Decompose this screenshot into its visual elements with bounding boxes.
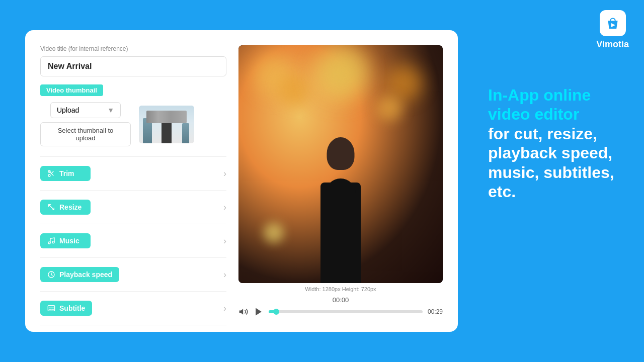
playback-speed-button[interactable]: Playback speed <box>40 267 119 282</box>
svg-point-1 <box>48 242 50 244</box>
music-chevron-icon: › <box>223 236 226 246</box>
current-time: 00:00 <box>238 296 443 304</box>
playback-chevron-icon: › <box>223 269 226 280</box>
play-button[interactable] <box>254 307 264 317</box>
resize-row[interactable]: Resize › <box>40 195 226 220</box>
subtitle-icon <box>47 304 55 312</box>
resize-chevron-icon: › <box>223 202 226 213</box>
right-panel: Width: 1280px Height: 720px 00:00 <box>238 45 443 317</box>
subtitle-chevron-icon: › <box>223 303 226 314</box>
thumbnail-preview <box>139 106 194 143</box>
subtitle-button[interactable]: Subtitle <box>40 301 92 316</box>
clock-icon <box>47 270 55 279</box>
progress-fill <box>269 310 276 313</box>
video-container <box>238 45 443 283</box>
tagline-line2: video editor <box>488 105 579 123</box>
tagline-line3: for cut, resize, <box>488 124 629 143</box>
music-row[interactable]: Music › <box>40 228 226 253</box>
svg-point-2 <box>52 241 54 243</box>
volume-icon <box>238 307 249 317</box>
trim-row[interactable]: Trim › <box>40 161 226 186</box>
person-silhouette <box>320 183 361 283</box>
tagline-line5: music, subtitles, <box>488 163 629 182</box>
main-card: Video title (for internal reference) Vid… <box>25 30 458 332</box>
trim-button[interactable]: Trim <box>40 166 91 181</box>
resize-button[interactable]: Resize <box>40 200 91 215</box>
logo-icon <box>600 10 626 36</box>
left-panel: Video title (for internal reference) Vid… <box>40 45 226 317</box>
tagline-line4: playback speed, <box>488 143 629 162</box>
volume-button[interactable] <box>238 307 249 317</box>
progress-bar[interactable] <box>269 310 423 313</box>
play-icon <box>254 307 264 317</box>
divider-5 <box>40 291 226 292</box>
video-title-label: Video title (for internal reference) <box>40 45 226 52</box>
divider-3 <box>40 224 226 224</box>
video-caption: Width: 1280px Height: 720px <box>305 286 376 292</box>
thumbnail-row: Upload ▼ Select thumbnail to upload <box>40 102 226 146</box>
logo-area: Vimotia <box>596 10 629 50</box>
controls-row: 00:29 <box>238 307 443 317</box>
trim-chevron-icon: › <box>223 168 226 179</box>
duration-display: 00:29 <box>428 308 443 315</box>
resize-icon <box>47 203 55 211</box>
thumbnail-section-label: Video thumbnail <box>40 84 103 96</box>
divider-4 <box>40 257 226 258</box>
divider-6 <box>40 325 226 325</box>
select-thumbnail-button[interactable]: Select thumbnail to upload <box>40 122 131 146</box>
video-controls: 00:00 <box>238 296 443 317</box>
divider-1 <box>40 156 226 157</box>
scissors-icon <box>47 169 55 177</box>
upload-select: Upload ▼ Select thumbnail to upload <box>40 102 131 146</box>
tagline-line6: etc. <box>488 182 629 201</box>
music-icon <box>47 237 55 245</box>
tagline-area: In-App online video editor for cut, resi… <box>488 85 629 201</box>
divider-2 <box>40 190 226 191</box>
video-title-input[interactable] <box>40 56 226 76</box>
upload-dropdown[interactable]: Upload ▼ <box>50 102 121 118</box>
svg-marker-5 <box>256 308 262 316</box>
chevron-down-icon: ▼ <box>107 106 114 114</box>
playback-speed-row[interactable]: Playback speed › <box>40 262 226 287</box>
progress-thumb <box>273 309 279 315</box>
upload-option-label: Upload <box>57 106 79 114</box>
video-art <box>238 45 443 283</box>
music-button[interactable]: Music <box>40 233 91 248</box>
tagline-line1: In-App online <box>488 86 591 104</box>
subtitle-row[interactable]: Subtitle › <box>40 296 226 321</box>
logo-brand-text: Vimotia <box>596 39 629 50</box>
